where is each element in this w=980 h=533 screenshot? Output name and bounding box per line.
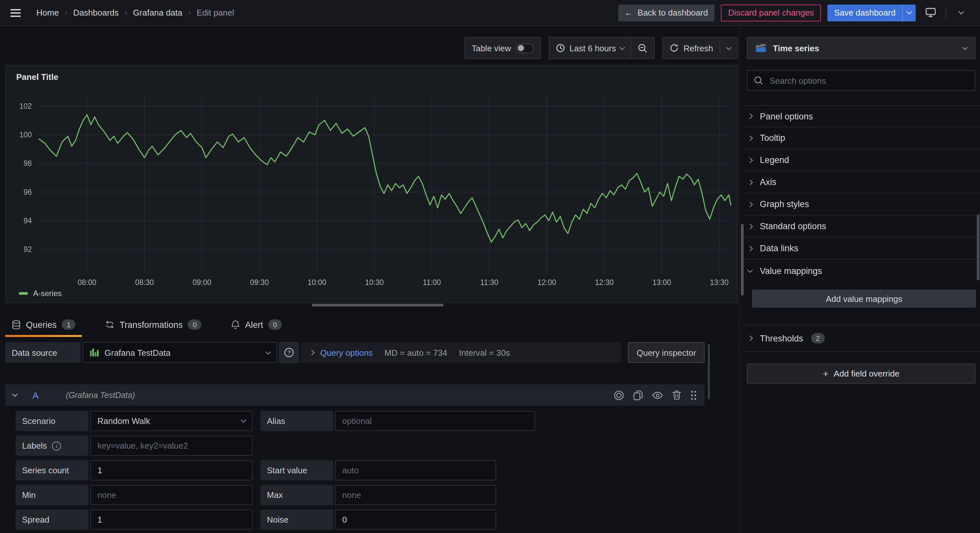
panel-controls: Table view Last 6 hours Refresh [5, 37, 738, 59]
svg-text:09:00: 09:00 [192, 278, 212, 287]
svg-text:96: 96 [23, 188, 32, 197]
min-input[interactable] [90, 485, 253, 505]
horizontal-scrollbar[interactable] [312, 304, 444, 306]
grafana-edit-panel-page: Home › Dashboards › Grafana data › Edit … [0, 0, 980, 533]
spread-input[interactable] [90, 510, 253, 530]
tab-alert-count: 0 [268, 319, 282, 330]
section-axis[interactable]: Axis [743, 171, 980, 194]
add-field-override-button[interactable]: + Add field override [747, 363, 975, 384]
zoom-out-button[interactable] [631, 38, 654, 59]
start-value-input[interactable] [335, 460, 496, 481]
section-thresholds[interactable]: Thresholds 2 [743, 325, 980, 352]
table-view-switch[interactable] [515, 43, 534, 53]
section-value-mappings[interactable]: Value mappings [743, 260, 980, 282]
discard-panel-changes-button[interactable]: Discard panel changes [721, 4, 821, 21]
breadcrumb-edit-panel: Edit panel [196, 8, 234, 17]
trash-icon[interactable] [672, 390, 681, 400]
datasource-help-button[interactable]: ? [279, 342, 299, 363]
info-icon[interactable]: i [52, 441, 61, 450]
svg-text:12:00: 12:00 [538, 278, 556, 287]
save-dashboard-label: Save dashboard [828, 4, 902, 21]
query-datasource-hint: (Grafana TestData) [66, 390, 135, 400]
form-row-min-max: Min Max [16, 485, 496, 505]
back-to-dashboard-button[interactable]: ← Back to dashboard [618, 4, 714, 21]
svg-text:11:00: 11:00 [423, 278, 441, 287]
query-options-link[interactable]: Query options [320, 347, 373, 357]
collapse-query-icon[interactable] [12, 392, 18, 397]
tab-queries-count: 1 [62, 319, 76, 330]
transformations-icon [105, 320, 115, 329]
alias-label: Alias [261, 411, 333, 431]
labels-input[interactable] [90, 436, 253, 456]
drag-handle-icon[interactable] [690, 390, 697, 400]
breadcrumb: Home › Dashboards › Grafana data › Edit … [37, 8, 234, 17]
table-view-toggle[interactable]: Table view [465, 38, 540, 59]
series-count-input[interactable] [90, 460, 253, 481]
tab-transformations-count: 0 [188, 319, 202, 330]
save-dashboard-caret[interactable] [902, 4, 916, 21]
section-standard-options[interactable]: Standard options [743, 216, 980, 238]
svg-text:92: 92 [23, 245, 32, 254]
breadcrumb-home[interactable]: Home [37, 8, 59, 17]
scenario-select[interactable]: Random Walk [90, 411, 253, 431]
options-search [747, 70, 975, 91]
noise-input[interactable] [335, 510, 496, 530]
breadcrumb-dashboard-name[interactable]: Grafana data [133, 8, 183, 17]
query-row-header[interactable]: A (Grafana TestData) [5, 384, 705, 406]
query-ref-id[interactable]: A [32, 390, 39, 400]
disable-query-icon[interactable] [614, 390, 624, 400]
datasource-picker[interactable]: Grafana TestData [83, 342, 277, 363]
time-range-picker[interactable]: Last 6 hours [549, 38, 631, 59]
svg-text:94: 94 [23, 217, 32, 225]
scenario-value: Random Walk [97, 416, 150, 426]
query-inspector-button[interactable]: Query inspector [628, 342, 705, 363]
section-graph-styles[interactable]: Graph styles [743, 194, 980, 216]
form-row-labels: Labels i [16, 436, 253, 456]
eye-icon[interactable] [652, 391, 663, 399]
thresholds-count-badge: 2 [811, 333, 825, 343]
alias-input[interactable] [335, 411, 535, 431]
svg-text:100: 100 [19, 130, 32, 139]
panel-title[interactable]: Panel Title [16, 72, 59, 82]
legend-item-a-series[interactable]: A-series [19, 289, 62, 298]
options-search-input[interactable] [768, 75, 968, 86]
section-legend[interactable]: Legend [743, 149, 980, 171]
svg-text:98: 98 [23, 159, 32, 168]
refresh-interval-caret[interactable] [719, 38, 737, 59]
bottom-pane-scrollbar[interactable] [708, 344, 710, 399]
svg-text:10:30: 10:30 [365, 278, 384, 287]
tv-mode-icon[interactable] [922, 4, 939, 21]
refresh-button[interactable]: Refresh [663, 38, 719, 59]
nav-chevron-down-icon[interactable] [953, 4, 970, 21]
visualization-picker[interactable]: Time series [747, 37, 975, 59]
svg-text:09:30: 09:30 [250, 278, 269, 287]
section-data-links[interactable]: Data links [743, 238, 980, 260]
tab-alert[interactable]: Alert 0 [225, 314, 289, 336]
table-view-group: Table view [465, 37, 541, 59]
query-options-chevron-icon[interactable] [309, 350, 315, 355]
section-tooltip[interactable]: Tooltip [743, 127, 980, 149]
svg-text:13:00: 13:00 [652, 278, 671, 287]
svg-text:10:00: 10:00 [307, 278, 326, 287]
breadcrumb-separator: › [65, 8, 67, 17]
section-panel-options[interactable]: Panel options [743, 105, 980, 127]
tab-transformations-label: Transformations [120, 320, 183, 330]
duplicate-query-icon[interactable] [633, 390, 643, 400]
breadcrumb-separator: › [188, 8, 191, 17]
options-pane-divider[interactable] [739, 27, 740, 533]
save-dashboard-button[interactable]: Save dashboard [828, 4, 916, 21]
tab-transformations[interactable]: Transformations 0 [99, 314, 208, 336]
time-series-chart[interactable]: 1021009896949208:0008:3009:0009:3010:001… [6, 92, 737, 286]
tab-queries[interactable]: Queries 1 [5, 314, 82, 336]
breadcrumb-dashboards[interactable]: Dashboards [73, 8, 119, 17]
time-range-label: Last 6 hours [570, 43, 616, 53]
svg-text:08:00: 08:00 [78, 278, 97, 287]
max-input[interactable] [335, 485, 496, 505]
tab-alert-label: Alert [245, 320, 263, 330]
add-value-mappings-button[interactable]: Add value mappings [752, 290, 976, 308]
max-data-points-summary: MD = auto = 734 [385, 347, 447, 357]
svg-text:?: ? [287, 350, 290, 356]
datasource-label: Data source [5, 342, 81, 363]
visualization-value: Time series [773, 43, 819, 53]
menu-icon[interactable] [10, 4, 27, 21]
